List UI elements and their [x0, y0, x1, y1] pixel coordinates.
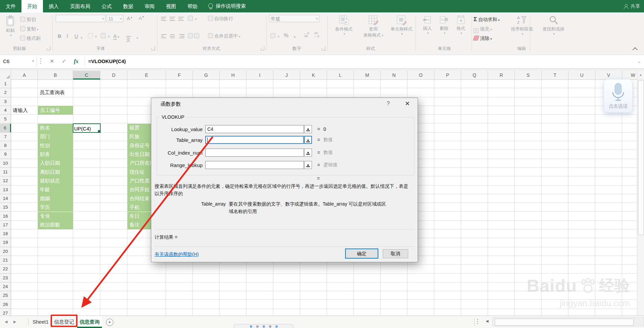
- menu-tab-帮助[interactable]: 帮助: [182, 0, 203, 12]
- voice-input-widget[interactable]: 点击说话: [604, 79, 633, 113]
- column-header-O[interactable]: O: [408, 71, 434, 79]
- find-select-button[interactable]: 查找和选择 ▾: [539, 15, 568, 36]
- formula-input[interactable]: =VLOOKUP(C4): [88, 56, 126, 66]
- row-header-15[interactable]: 15: [0, 203, 11, 212]
- column-header-T[interactable]: T: [542, 71, 569, 79]
- tell-me-search[interactable]: 操作说明搜索: [208, 0, 246, 12]
- row-header-9[interactable]: 9: [0, 150, 11, 159]
- row-header-27[interactable]: 27: [0, 309, 11, 316]
- font-color-button[interactable]: A▾: [113, 33, 119, 39]
- column-header-P[interactable]: P: [434, 71, 461, 79]
- cut-button[interactable]: 剪切: [20, 17, 36, 23]
- font-name-combo[interactable]: ▾: [56, 15, 105, 22]
- decrease-decimal-button[interactable]: .00→.0: [314, 32, 319, 38]
- column-header-S[interactable]: S: [515, 71, 542, 79]
- font-size-combo[interactable]: 11▾: [107, 15, 123, 22]
- sheet-tab-信息查询[interactable]: 信息查询: [77, 316, 102, 328]
- column-header-J[interactable]: J: [273, 71, 300, 79]
- grow-font-button[interactable]: A▲: [127, 15, 133, 21]
- hscroll-left-arrow[interactable]: ◀: [486, 319, 488, 323]
- vertical-scroll-thumb[interactable]: [638, 80, 644, 235]
- column-header-C[interactable]: C: [73, 71, 100, 79]
- orientation-button[interactable]: ▾: [188, 16, 197, 21]
- clear-button[interactable]: 清除▾: [474, 36, 492, 42]
- alignment-dialog-launcher[interactable]: ⌟: [260, 46, 264, 50]
- row-header-13[interactable]: 13: [0, 185, 11, 194]
- fill-button[interactable]: ↓填充▾: [474, 26, 492, 33]
- column-header-F[interactable]: F: [166, 71, 193, 79]
- column-header-M[interactable]: M: [354, 71, 381, 79]
- tab-scroll-splitter[interactable]: •••: [477, 319, 478, 325]
- merge-center-button[interactable]: 合并后居中▾: [208, 33, 240, 39]
- column-header-V[interactable]: V: [595, 71, 622, 79]
- underline-dropdown[interactable]: ▾: [80, 35, 83, 40]
- row-header-20[interactable]: 20: [0, 247, 11, 256]
- range-selector-button[interactable]: ▲: [304, 161, 312, 169]
- column-header-I[interactable]: I: [247, 71, 273, 79]
- row-header-11[interactable]: 11: [0, 168, 11, 176]
- formula-bar-splitter[interactable]: •••: [40, 58, 41, 65]
- argument-input-table_array[interactable]: [205, 136, 304, 144]
- conditional-formatting-button[interactable]: ≠ 条件格式 ▾: [330, 15, 358, 36]
- sheet-nav-right[interactable]: ▶: [13, 320, 16, 324]
- row-header-7[interactable]: 7: [0, 132, 11, 141]
- delete-cells-button[interactable]: 删除 ▾: [437, 15, 451, 35]
- row-header-23[interactable]: 23: [0, 274, 11, 282]
- menu-tab-数据[interactable]: 数据: [117, 0, 139, 12]
- column-header-G[interactable]: G: [193, 71, 220, 79]
- autosum-button[interactable]: Σ 自动求和▾: [474, 16, 500, 23]
- cancel-button[interactable]: 取消: [383, 249, 408, 258]
- row-header-4[interactable]: 4: [0, 106, 11, 115]
- comma-button[interactable]: ,: [294, 32, 296, 39]
- argument-input-range_lookup[interactable]: [205, 161, 304, 169]
- column-header-K[interactable]: K: [300, 71, 327, 79]
- column-header-Q[interactable]: Q: [461, 71, 488, 79]
- phonetic-button[interactable]: wén文: [126, 33, 131, 43]
- row-header-16[interactable]: 16: [0, 212, 11, 221]
- horizontal-scroll-thumb[interactable]: [495, 319, 634, 326]
- row-header-14[interactable]: 14: [0, 194, 11, 203]
- row-header-6[interactable]: 6: [0, 124, 11, 132]
- vertical-align-icons[interactable]: [160, 16, 184, 21]
- menu-tab-视图[interactable]: 视图: [160, 0, 182, 12]
- format-painter-button[interactable]: 格式刷: [20, 36, 41, 42]
- indent-buttons[interactable]: [188, 33, 201, 39]
- row-header-3[interactable]: 3: [0, 97, 11, 106]
- paste-button[interactable]: 粘贴 ▾: [3, 15, 18, 37]
- phonetic-dropdown[interactable]: ▾: [136, 35, 138, 40]
- function-help-link[interactable]: 有关该函数的帮助(H): [155, 252, 199, 258]
- ok-button[interactable]: 确定: [345, 249, 378, 259]
- row-header-26[interactable]: 26: [0, 300, 11, 309]
- row-header-8[interactable]: 8: [0, 141, 11, 150]
- column-header-L[interactable]: L: [327, 71, 354, 79]
- row-header-17[interactable]: 17: [0, 221, 11, 229]
- menu-tab-文件[interactable]: 文件: [0, 0, 21, 12]
- argument-input-col_index_num[interactable]: [205, 149, 304, 157]
- row-header-18[interactable]: 18: [0, 229, 11, 238]
- italic-button[interactable]: I: [66, 33, 68, 39]
- dialog-help-icon[interactable]: ?: [387, 101, 390, 107]
- column-header-H[interactable]: H: [220, 71, 247, 79]
- row-header-19[interactable]: 19: [0, 238, 11, 247]
- column-header-D[interactable]: D: [100, 71, 127, 79]
- menu-tab-审阅[interactable]: 审阅: [139, 0, 160, 12]
- copy-button[interactable]: 复制▾: [20, 26, 39, 32]
- column-header-B[interactable]: B: [38, 71, 73, 79]
- selected-cell-c6[interactable]: =VLOOKUP(C4): [73, 123, 101, 133]
- menu-tab-页面布局[interactable]: 页面布局: [64, 0, 96, 12]
- format-cells-button[interactable]: 格式 ▾: [453, 15, 468, 35]
- dialog-close-icon[interactable]: ✕: [405, 100, 410, 107]
- cancel-entry-button[interactable]: ✕: [47, 56, 57, 66]
- enter-entry-button[interactable]: ✓: [59, 56, 69, 66]
- row-header-25[interactable]: 25: [0, 291, 11, 300]
- font-dialog-launcher[interactable]: ⌟: [151, 46, 155, 50]
- insert-cells-button[interactable]: 插入 ▾: [420, 15, 435, 35]
- column-header-N[interactable]: N: [381, 71, 408, 79]
- row-header-2[interactable]: 2: [0, 88, 11, 97]
- number-format-combo[interactable]: 常规▾: [269, 15, 319, 22]
- horizontal-align-icons[interactable]: [160, 34, 184, 39]
- row-header-10[interactable]: 10: [0, 159, 11, 168]
- row-header-5[interactable]: 5: [0, 115, 11, 123]
- insert-function-button[interactable]: fx: [71, 56, 81, 66]
- underline-button[interactable]: U: [74, 33, 78, 39]
